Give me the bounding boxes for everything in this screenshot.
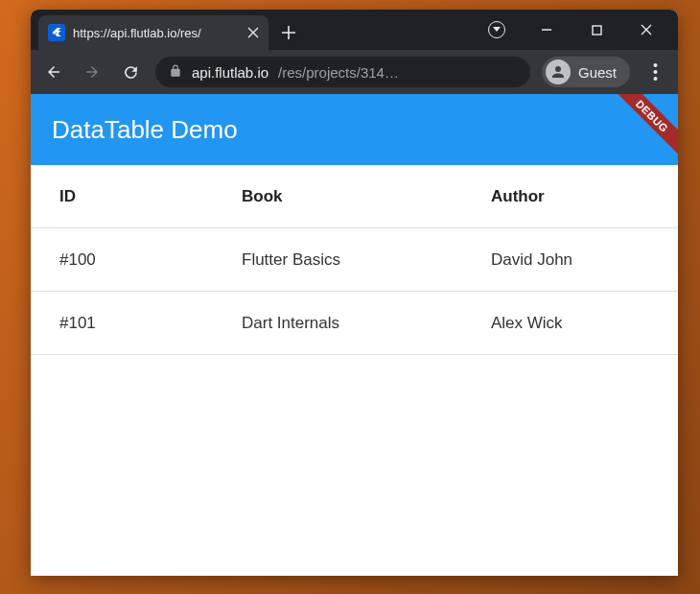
app-content: DataTable Demo DEBUG ID Book Author #100… bbox=[31, 94, 678, 576]
table-row[interactable]: #101 Dart Internals Alex Wick bbox=[31, 292, 678, 355]
tab-bar: https://api.flutlab.io/res/ bbox=[31, 10, 678, 50]
maximize-button[interactable] bbox=[574, 14, 618, 45]
cell-author: David John bbox=[491, 250, 649, 270]
new-tab-button[interactable] bbox=[274, 18, 303, 47]
lock-icon bbox=[169, 64, 182, 81]
browser-menu-button[interactable] bbox=[642, 59, 668, 85]
tab-close-icon[interactable] bbox=[245, 25, 261, 40]
forward-button[interactable] bbox=[79, 59, 105, 85]
window-controls bbox=[475, 10, 678, 50]
close-window-button[interactable] bbox=[624, 14, 668, 45]
profile-label: Guest bbox=[578, 64, 617, 81]
svg-point-3 bbox=[653, 77, 657, 81]
cell-id: #101 bbox=[59, 314, 242, 333]
data-table: ID Book Author #100 Flutter Basics David… bbox=[31, 165, 678, 355]
minimize-button[interactable] bbox=[525, 14, 569, 45]
table-header-row: ID Book Author bbox=[31, 165, 678, 228]
address-bar[interactable]: api.flutlab.io/res/projects/314… bbox=[155, 57, 530, 87]
svg-rect-0 bbox=[593, 26, 601, 35]
profile-button[interactable]: Guest bbox=[542, 57, 630, 87]
back-button[interactable] bbox=[40, 59, 67, 85]
browser-window: https://api.flutlab.io/res/ bbox=[31, 10, 678, 576]
app-title: DataTable Demo bbox=[52, 115, 238, 145]
debug-banner: DEBUG bbox=[604, 94, 678, 164]
flutter-favicon-icon bbox=[48, 24, 65, 41]
column-header-author[interactable]: Author bbox=[491, 187, 649, 206]
column-header-id[interactable]: ID bbox=[59, 187, 242, 206]
dropdown-icon[interactable] bbox=[475, 14, 519, 45]
cell-book: Flutter Basics bbox=[242, 250, 491, 270]
cell-book: Dart Internals bbox=[242, 314, 491, 333]
browser-toolbar: api.flutlab.io/res/projects/314… Guest bbox=[31, 50, 678, 94]
app-bar: DataTable Demo DEBUG bbox=[31, 94, 678, 165]
column-header-book[interactable]: Book bbox=[242, 187, 491, 206]
cell-author: Alex Wick bbox=[491, 314, 649, 333]
url-host: api.flutlab.io bbox=[192, 64, 268, 81]
avatar-icon bbox=[546, 59, 571, 84]
svg-point-2 bbox=[653, 70, 657, 74]
svg-point-1 bbox=[653, 63, 657, 67]
tab-title: https://api.flutlab.io/res/ bbox=[73, 26, 238, 40]
url-path: /res/projects/314… bbox=[278, 64, 399, 81]
browser-tab[interactable]: https://api.flutlab.io/res/ bbox=[38, 15, 268, 50]
cell-id: #100 bbox=[59, 250, 242, 270]
reload-button[interactable] bbox=[117, 59, 144, 85]
table-row[interactable]: #100 Flutter Basics David John bbox=[31, 228, 678, 292]
